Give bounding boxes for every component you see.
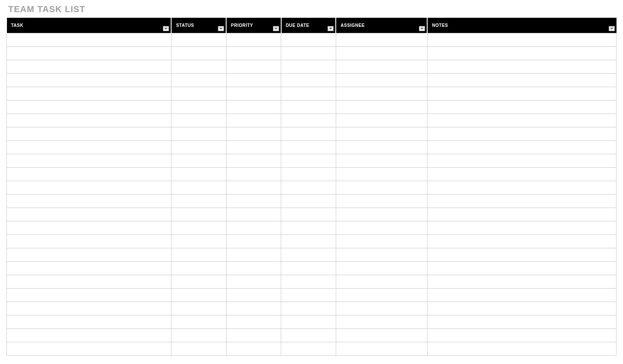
col-header-notes[interactable]: NOTES: [427, 18, 616, 33]
cell-status[interactable]: [171, 234, 226, 248]
cell-assignee[interactable]: [336, 288, 427, 302]
cell-duedate[interactable]: [281, 167, 336, 181]
filter-dropdown-icon[interactable]: [328, 26, 334, 31]
cell-status[interactable]: [171, 328, 226, 342]
cell-notes[interactable]: [427, 302, 616, 315]
cell-status[interactable]: [171, 261, 226, 275]
cell-priority[interactable]: [226, 288, 281, 302]
cell-duedate[interactable]: [281, 73, 336, 87]
cell-task[interactable]: [7, 194, 172, 208]
cell-duedate[interactable]: [281, 181, 336, 194]
cell-task[interactable]: [7, 221, 172, 234]
cell-task[interactable]: [7, 60, 172, 73]
cell-status[interactable]: [171, 33, 226, 46]
cell-notes[interactable]: [427, 248, 616, 261]
cell-duedate[interactable]: [281, 288, 336, 302]
cell-assignee[interactable]: [336, 87, 427, 100]
cell-task[interactable]: [7, 140, 172, 154]
cell-notes[interactable]: [427, 46, 616, 60]
cell-status[interactable]: [171, 100, 226, 114]
cell-assignee[interactable]: [336, 181, 427, 194]
cell-duedate[interactable]: [281, 208, 336, 221]
cell-notes[interactable]: [427, 87, 616, 100]
cell-assignee[interactable]: [336, 261, 427, 275]
cell-notes[interactable]: [427, 60, 616, 73]
cell-notes[interactable]: [427, 33, 616, 46]
cell-assignee[interactable]: [336, 342, 427, 355]
cell-duedate[interactable]: [281, 221, 336, 234]
cell-assignee[interactable]: [336, 127, 427, 140]
cell-status[interactable]: [171, 221, 226, 234]
cell-priority[interactable]: [226, 221, 281, 234]
cell-status[interactable]: [171, 302, 226, 315]
cell-assignee[interactable]: [336, 315, 427, 328]
cell-notes[interactable]: [427, 221, 616, 234]
cell-assignee[interactable]: [336, 167, 427, 181]
cell-priority[interactable]: [226, 275, 281, 288]
col-header-duedate[interactable]: DUE DATE: [281, 18, 336, 33]
cell-task[interactable]: [7, 73, 172, 87]
cell-assignee[interactable]: [336, 234, 427, 248]
cell-status[interactable]: [171, 167, 226, 181]
cell-task[interactable]: [7, 342, 172, 355]
cell-notes[interactable]: [427, 100, 616, 114]
cell-assignee[interactable]: [336, 73, 427, 87]
cell-status[interactable]: [171, 194, 226, 208]
cell-status[interactable]: [171, 288, 226, 302]
cell-priority[interactable]: [226, 46, 281, 60]
cell-task[interactable]: [7, 46, 172, 60]
cell-status[interactable]: [171, 342, 226, 355]
cell-duedate[interactable]: [281, 275, 336, 288]
cell-assignee[interactable]: [336, 60, 427, 73]
cell-duedate[interactable]: [281, 234, 336, 248]
cell-priority[interactable]: [226, 261, 281, 275]
cell-task[interactable]: [7, 315, 172, 328]
cell-notes[interactable]: [427, 194, 616, 208]
cell-status[interactable]: [171, 208, 226, 221]
cell-notes[interactable]: [427, 275, 616, 288]
cell-assignee[interactable]: [336, 33, 427, 46]
filter-dropdown-icon[interactable]: [419, 26, 425, 31]
cell-task[interactable]: [7, 208, 172, 221]
cell-priority[interactable]: [226, 342, 281, 355]
cell-notes[interactable]: [427, 342, 616, 355]
cell-task[interactable]: [7, 302, 172, 315]
cell-duedate[interactable]: [281, 140, 336, 154]
cell-notes[interactable]: [427, 114, 616, 127]
cell-priority[interactable]: [226, 127, 281, 140]
cell-task[interactable]: [7, 87, 172, 100]
cell-notes[interactable]: [427, 167, 616, 181]
cell-status[interactable]: [171, 315, 226, 328]
filter-dropdown-icon[interactable]: [163, 26, 169, 31]
col-header-assignee[interactable]: ASSIGNEE: [336, 18, 427, 33]
cell-assignee[interactable]: [336, 208, 427, 221]
cell-task[interactable]: [7, 288, 172, 302]
filter-dropdown-icon[interactable]: [609, 26, 615, 31]
cell-priority[interactable]: [226, 208, 281, 221]
cell-duedate[interactable]: [281, 342, 336, 355]
cell-duedate[interactable]: [281, 261, 336, 275]
cell-duedate[interactable]: [281, 33, 336, 46]
cell-notes[interactable]: [427, 154, 616, 167]
cell-notes[interactable]: [427, 328, 616, 342]
col-header-task[interactable]: TASK: [7, 18, 172, 33]
cell-duedate[interactable]: [281, 302, 336, 315]
col-header-priority[interactable]: PRIORITY: [226, 18, 281, 33]
cell-notes[interactable]: [427, 181, 616, 194]
cell-duedate[interactable]: [281, 100, 336, 114]
cell-priority[interactable]: [226, 154, 281, 167]
cell-notes[interactable]: [427, 315, 616, 328]
cell-notes[interactable]: [427, 208, 616, 221]
cell-notes[interactable]: [427, 73, 616, 87]
cell-status[interactable]: [171, 154, 226, 167]
cell-duedate[interactable]: [281, 328, 336, 342]
cell-notes[interactable]: [427, 127, 616, 140]
cell-task[interactable]: [7, 154, 172, 167]
cell-task[interactable]: [7, 328, 172, 342]
filter-dropdown-icon[interactable]: [273, 26, 279, 31]
cell-status[interactable]: [171, 140, 226, 154]
cell-duedate[interactable]: [281, 248, 336, 261]
cell-priority[interactable]: [226, 73, 281, 87]
cell-assignee[interactable]: [336, 114, 427, 127]
cell-duedate[interactable]: [281, 315, 336, 328]
